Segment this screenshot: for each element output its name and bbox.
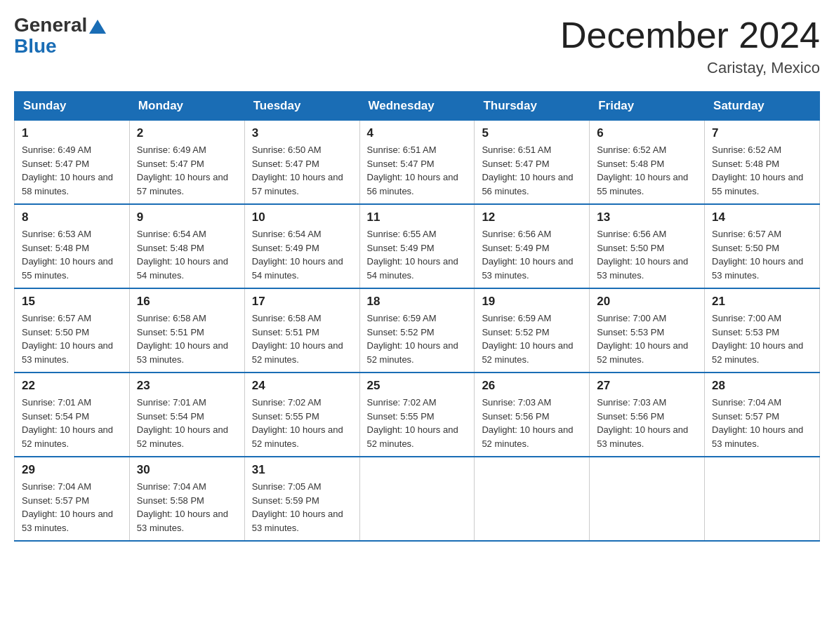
calendar-cell: 12 Sunrise: 6:56 AMSunset: 5:49 PMDaylig… xyxy=(475,204,590,288)
calendar-cell: 13 Sunrise: 6:56 AMSunset: 5:50 PMDaylig… xyxy=(590,204,705,288)
day-number: 9 xyxy=(137,210,237,224)
day-number: 14 xyxy=(712,210,812,224)
header-cell-thursday: Thursday xyxy=(475,92,590,121)
calendar-cell: 20 Sunrise: 7:00 AMSunset: 5:53 PMDaylig… xyxy=(590,288,705,373)
week-row-4: 22 Sunrise: 7:01 AMSunset: 5:54 PMDaylig… xyxy=(15,373,820,457)
day-number: 24 xyxy=(252,379,352,393)
day-number: 4 xyxy=(367,126,468,140)
logo: General Blue xyxy=(14,14,106,58)
day-number: 21 xyxy=(712,295,812,309)
day-info: Sunrise: 6:58 AMSunset: 5:51 PMDaylight:… xyxy=(137,311,237,366)
day-info: Sunrise: 7:03 AMSunset: 5:56 PMDaylight:… xyxy=(482,396,582,450)
day-info: Sunrise: 7:00 AMSunset: 5:53 PMDaylight:… xyxy=(712,311,812,366)
day-number: 31 xyxy=(252,463,352,477)
day-number: 12 xyxy=(482,210,582,224)
day-info: Sunrise: 6:49 AMSunset: 5:47 PMDaylight:… xyxy=(137,143,237,198)
day-info: Sunrise: 7:00 AMSunset: 5:53 PMDaylight:… xyxy=(597,311,697,366)
day-info: Sunrise: 6:57 AMSunset: 5:50 PMDaylight:… xyxy=(712,227,812,282)
week-row-1: 1 Sunrise: 6:49 AMSunset: 5:47 PMDayligh… xyxy=(15,121,820,205)
header-cell-monday: Monday xyxy=(129,92,244,121)
header-cell-friday: Friday xyxy=(590,92,705,121)
calendar-cell: 28 Sunrise: 7:04 AMSunset: 5:57 PMDaylig… xyxy=(705,373,820,457)
day-number: 16 xyxy=(137,295,237,309)
calendar-cell xyxy=(590,457,705,541)
calendar-cell: 31 Sunrise: 7:05 AMSunset: 5:59 PMDaylig… xyxy=(244,457,359,541)
day-number: 27 xyxy=(597,379,697,393)
header-cell-wednesday: Wednesday xyxy=(359,92,475,121)
calendar-cell: 26 Sunrise: 7:03 AMSunset: 5:56 PMDaylig… xyxy=(475,373,590,457)
header-row: SundayMondayTuesdayWednesdayThursdayFrid… xyxy=(15,92,820,121)
calendar-cell: 25 Sunrise: 7:02 AMSunset: 5:55 PMDaylig… xyxy=(359,373,475,457)
calendar-cell: 21 Sunrise: 7:00 AMSunset: 5:53 PMDaylig… xyxy=(705,288,820,373)
day-info: Sunrise: 6:57 AMSunset: 5:50 PMDaylight:… xyxy=(22,311,122,366)
calendar-cell: 4 Sunrise: 6:51 AMSunset: 5:47 PMDayligh… xyxy=(359,121,475,205)
day-number: 13 xyxy=(597,210,697,224)
day-info: Sunrise: 6:59 AMSunset: 5:52 PMDaylight:… xyxy=(367,311,468,366)
calendar-cell: 3 Sunrise: 6:50 AMSunset: 5:47 PMDayligh… xyxy=(244,121,359,205)
header-cell-saturday: Saturday xyxy=(705,92,820,121)
day-info: Sunrise: 6:52 AMSunset: 5:48 PMDaylight:… xyxy=(597,143,697,198)
day-info: Sunrise: 6:52 AMSunset: 5:48 PMDaylight:… xyxy=(712,143,812,198)
calendar-cell: 7 Sunrise: 6:52 AMSunset: 5:48 PMDayligh… xyxy=(705,121,820,205)
day-number: 11 xyxy=(367,210,468,224)
calendar-table: SundayMondayTuesdayWednesdayThursdayFrid… xyxy=(14,91,820,542)
week-row-5: 29 Sunrise: 7:04 AMSunset: 5:57 PMDaylig… xyxy=(15,457,820,541)
day-info: Sunrise: 7:04 AMSunset: 5:57 PMDaylight:… xyxy=(22,480,122,535)
calendar-cell: 27 Sunrise: 7:03 AMSunset: 5:56 PMDaylig… xyxy=(590,373,705,457)
week-row-3: 15 Sunrise: 6:57 AMSunset: 5:50 PMDaylig… xyxy=(15,288,820,373)
calendar-cell: 30 Sunrise: 7:04 AMSunset: 5:58 PMDaylig… xyxy=(129,457,244,541)
day-number: 3 xyxy=(252,126,352,140)
day-info: Sunrise: 7:02 AMSunset: 5:55 PMDaylight:… xyxy=(367,396,468,450)
calendar-cell: 29 Sunrise: 7:04 AMSunset: 5:57 PMDaylig… xyxy=(15,457,130,541)
day-number: 26 xyxy=(482,379,582,393)
calendar-header: SundayMondayTuesdayWednesdayThursdayFrid… xyxy=(15,92,820,121)
day-number: 7 xyxy=(712,126,812,140)
day-info: Sunrise: 7:04 AMSunset: 5:57 PMDaylight:… xyxy=(712,396,812,450)
day-info: Sunrise: 6:59 AMSunset: 5:52 PMDaylight:… xyxy=(482,311,582,366)
day-info: Sunrise: 6:50 AMSunset: 5:47 PMDaylight:… xyxy=(252,143,352,198)
logo-general-text: General xyxy=(14,14,87,36)
day-info: Sunrise: 7:02 AMSunset: 5:55 PMDaylight:… xyxy=(252,396,352,450)
calendar-cell: 19 Sunrise: 6:59 AMSunset: 5:52 PMDaylig… xyxy=(475,288,590,373)
page-header: General Blue December 2024 Caristay, Mex… xyxy=(14,14,820,77)
day-number: 10 xyxy=(252,210,352,224)
logo-triangle-icon xyxy=(89,20,106,34)
day-info: Sunrise: 7:01 AMSunset: 5:54 PMDaylight:… xyxy=(137,396,237,450)
header-cell-tuesday: Tuesday xyxy=(244,92,359,121)
day-number: 5 xyxy=(482,126,582,140)
title-section: December 2024 Caristay, Mexico xyxy=(560,14,820,77)
calendar-body: 1 Sunrise: 6:49 AMSunset: 5:47 PMDayligh… xyxy=(15,121,820,542)
day-number: 1 xyxy=(22,126,122,140)
day-number: 19 xyxy=(482,295,582,309)
day-info: Sunrise: 6:58 AMSunset: 5:51 PMDaylight:… xyxy=(252,311,352,366)
calendar-cell: 18 Sunrise: 6:59 AMSunset: 5:52 PMDaylig… xyxy=(359,288,475,373)
week-row-2: 8 Sunrise: 6:53 AMSunset: 5:48 PMDayligh… xyxy=(15,204,820,288)
day-info: Sunrise: 7:01 AMSunset: 5:54 PMDaylight:… xyxy=(22,396,122,450)
day-number: 17 xyxy=(252,295,352,309)
calendar-cell: 17 Sunrise: 6:58 AMSunset: 5:51 PMDaylig… xyxy=(244,288,359,373)
calendar-cell: 23 Sunrise: 7:01 AMSunset: 5:54 PMDaylig… xyxy=(129,373,244,457)
calendar-cell xyxy=(359,457,475,541)
calendar-cell xyxy=(475,457,590,541)
day-info: Sunrise: 7:05 AMSunset: 5:59 PMDaylight:… xyxy=(252,480,352,535)
day-info: Sunrise: 6:51 AMSunset: 5:47 PMDaylight:… xyxy=(482,143,582,198)
day-number: 30 xyxy=(137,463,237,477)
calendar-cell: 24 Sunrise: 7:02 AMSunset: 5:55 PMDaylig… xyxy=(244,373,359,457)
header-cell-sunday: Sunday xyxy=(15,92,130,121)
calendar-cell: 14 Sunrise: 6:57 AMSunset: 5:50 PMDaylig… xyxy=(705,204,820,288)
day-number: 28 xyxy=(712,379,812,393)
day-info: Sunrise: 6:55 AMSunset: 5:49 PMDaylight:… xyxy=(367,227,468,282)
calendar-cell: 2 Sunrise: 6:49 AMSunset: 5:47 PMDayligh… xyxy=(129,121,244,205)
calendar-cell: 6 Sunrise: 6:52 AMSunset: 5:48 PMDayligh… xyxy=(590,121,705,205)
calendar-cell: 9 Sunrise: 6:54 AMSunset: 5:48 PMDayligh… xyxy=(129,204,244,288)
day-number: 20 xyxy=(597,295,697,309)
day-info: Sunrise: 6:51 AMSunset: 5:47 PMDaylight:… xyxy=(367,143,468,198)
calendar-cell: 5 Sunrise: 6:51 AMSunset: 5:47 PMDayligh… xyxy=(475,121,590,205)
day-info: Sunrise: 7:03 AMSunset: 5:56 PMDaylight:… xyxy=(597,396,697,450)
day-number: 23 xyxy=(137,379,237,393)
month-title: December 2024 xyxy=(560,14,820,56)
day-number: 22 xyxy=(22,379,122,393)
calendar-cell: 11 Sunrise: 6:55 AMSunset: 5:49 PMDaylig… xyxy=(359,204,475,288)
day-number: 25 xyxy=(367,379,468,393)
calendar-cell: 1 Sunrise: 6:49 AMSunset: 5:47 PMDayligh… xyxy=(15,121,130,205)
